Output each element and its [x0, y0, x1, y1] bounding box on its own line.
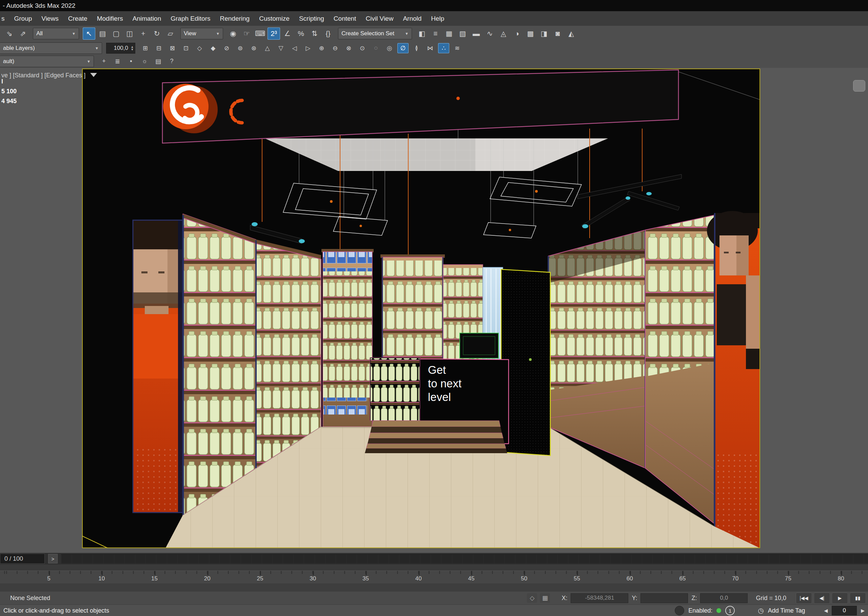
- select-and-scale-icon[interactable]: ▱: [164, 27, 177, 40]
- select-by-name-icon[interactable]: ▤: [96, 27, 109, 40]
- menu-item-group[interactable]: Group: [9, 11, 37, 26]
- window-crossing-icon[interactable]: ◫: [124, 27, 136, 40]
- scene-explorer-icon[interactable]: ▦: [443, 27, 455, 40]
- axis-toolbar-icon-17[interactable]: ⊙: [357, 43, 368, 53]
- axis-toolbar-icon-09[interactable]: ⊛: [248, 43, 259, 53]
- current-layer-dropdown[interactable]: ault) ▼: [0, 56, 94, 67]
- percent-snap-icon[interactable]: %: [295, 27, 307, 40]
- reference-coordinate-dropdown[interactable]: View ▼: [180, 28, 223, 39]
- angle-snap-icon[interactable]: ∠: [281, 27, 294, 40]
- axis-toolbar-icon-03[interactable]: ⊠: [167, 43, 178, 53]
- use-pivot-center-icon[interactable]: ◉: [227, 27, 240, 40]
- inactive-toggle-icon[interactable]: ▪: [125, 56, 136, 66]
- axis-toolbar-icon-12[interactable]: ◁: [289, 43, 300, 53]
- material-editor-icon[interactable]: ◑: [511, 27, 523, 40]
- default-lighting-icon[interactable]: ☼: [139, 56, 150, 66]
- camera-viewport[interactable]: Get to next level: [82, 69, 760, 548]
- time-slider-track[interactable]: [61, 554, 868, 563]
- keyboard-shortcut-override-icon[interactable]: ⌨: [254, 27, 266, 40]
- axis-toolbar-icon-21[interactable]: ≬: [411, 43, 422, 53]
- x-coord-field[interactable]: -58348,281: [570, 593, 628, 603]
- menu-item-create[interactable]: Create: [63, 11, 92, 26]
- viewport-area[interactable]: Get to next level ve ] [Standard ] [Edge…: [0, 68, 868, 553]
- current-frame-field[interactable]: 0: [832, 606, 857, 615]
- y-coord-field[interactable]: [641, 593, 688, 603]
- snaps-toggle-icon[interactable]: 2³: [268, 27, 280, 40]
- rectangular-selection-region-icon[interactable]: ▢: [110, 27, 122, 40]
- axis-toolbar-icon-23[interactable]: ∴: [438, 43, 449, 53]
- selection-lock-icon[interactable]: ◇: [527, 593, 537, 603]
- per-view-filter-icon[interactable]: [90, 73, 97, 77]
- axis-toolbar-icon-06[interactable]: ◆: [207, 43, 219, 53]
- menu-item-views[interactable]: Views: [37, 11, 63, 26]
- menu-item-arnold[interactable]: Arnold: [398, 11, 426, 26]
- axis-toolbar-icon-19[interactable]: ◎: [384, 43, 395, 53]
- menu-item-customize[interactable]: Customize: [254, 11, 294, 26]
- align-icon[interactable]: ≡: [429, 27, 442, 40]
- add-selection-to-layer-icon[interactable]: +: [98, 56, 110, 66]
- menu-item-graph-editors[interactable]: Graph Editors: [166, 11, 215, 26]
- next-frame-icon[interactable]: ▮▮: [850, 592, 866, 604]
- select-and-move-icon[interactable]: +: [137, 27, 149, 40]
- render-production-icon[interactable]: ◙: [552, 27, 564, 40]
- ribbon-toggle-icon[interactable]: ▬: [470, 27, 483, 40]
- axis-toolbar-icon-22[interactable]: ⋈: [425, 43, 436, 53]
- add-time-tag-button[interactable]: Add Time Tag: [768, 607, 805, 614]
- schematic-view-icon[interactable]: ◬: [497, 27, 509, 40]
- axis-toolbar-icon-05[interactable]: ◇: [194, 43, 205, 53]
- render-setup-icon[interactable]: ▩: [524, 27, 537, 40]
- menu-item-content[interactable]: Content: [329, 11, 361, 26]
- axis-toolbar-icon-10[interactable]: △: [262, 43, 273, 53]
- select-and-rotate-icon[interactable]: ↻: [150, 27, 163, 40]
- spinner-snap-icon[interactable]: ⇅: [308, 27, 321, 40]
- select-object-icon[interactable]: ↖: [83, 27, 95, 40]
- named-selection-sets-icon[interactable]: {}: [322, 27, 334, 40]
- help-icon[interactable]: ?: [166, 56, 177, 66]
- axis-toolbar-icon-20[interactable]: ∅: [397, 43, 409, 53]
- menu-item-civil-view[interactable]: Civil View: [361, 11, 398, 26]
- render-arnold-icon[interactable]: ◭: [565, 27, 577, 40]
- axis-toolbar-icon-15[interactable]: ⊖: [329, 43, 341, 53]
- menu-item-rendering[interactable]: Rendering: [215, 11, 255, 26]
- menu-item-help[interactable]: Help: [426, 11, 449, 26]
- transform-value-spinner[interactable]: 100,0 ▲▼: [106, 43, 135, 53]
- z-coord-field[interactable]: 0,0: [700, 593, 747, 603]
- spinner-arrows-icon[interactable]: ▲▼: [130, 46, 135, 51]
- go-to-start-icon[interactable]: |◀◀: [796, 592, 812, 604]
- menu-item-modifiers[interactable]: Modifiers: [92, 11, 128, 26]
- select-and-link-icon[interactable]: ⇘: [3, 27, 16, 40]
- axis-toolbar-icon-07[interactable]: ⊘: [221, 43, 232, 53]
- layer-explorer-icon[interactable]: ▧: [456, 27, 469, 40]
- time-slider-handle[interactable]: 0 / 100: [0, 553, 45, 564]
- axis-toolbar-icon-18[interactable]: ◌: [370, 43, 381, 53]
- animation-mode-button[interactable]: [675, 606, 684, 615]
- axis-toolbar-icon-08[interactable]: ⊚: [235, 43, 246, 53]
- selectable-layers-dropdown[interactable]: able Layers) ▼: [0, 42, 102, 54]
- named-selection-set-dropdown[interactable]: Create Selection Set ▼: [338, 28, 412, 39]
- viewport-nav-widget[interactable]: [853, 80, 865, 91]
- select-and-manipulate-icon[interactable]: ☞: [240, 27, 253, 40]
- selection-filter-dropdown[interactable]: All ▼: [33, 28, 79, 39]
- axis-toolbar-icon-16[interactable]: ⊗: [343, 43, 354, 53]
- menu-item-scripting[interactable]: Scripting: [294, 11, 329, 26]
- axis-toolbar-icon-24[interactable]: ≋: [452, 43, 463, 53]
- axis-toolbar-icon-04[interactable]: ⊡: [180, 43, 191, 53]
- absolute-offset-icon[interactable]: ▦: [540, 593, 550, 603]
- unlink-selection-icon[interactable]: ⇗: [17, 27, 29, 40]
- layer-manager-icon[interactable]: ≣: [112, 56, 123, 66]
- time-ruler[interactable]: 5101520253035404550556065707580: [0, 570, 868, 584]
- axis-toolbar-icon-01[interactable]: ⊞: [140, 43, 151, 53]
- axis-toolbar-icon-02[interactable]: ⊟: [153, 43, 165, 53]
- axis-toolbar-icon-11[interactable]: ▽: [275, 43, 287, 53]
- key-step-forward-icon[interactable]: ▶: [861, 608, 865, 613]
- listener-icon[interactable]: ▤: [153, 56, 164, 66]
- menu-item-animation[interactable]: Animation: [128, 11, 166, 26]
- mirror-icon[interactable]: ◧: [416, 27, 428, 40]
- key-filter-icon[interactable]: 1: [725, 606, 735, 615]
- next-frame-button[interactable]: >: [48, 554, 58, 563]
- key-step-back-icon[interactable]: ◀: [824, 608, 828, 613]
- axis-toolbar-icon-14[interactable]: ⊕: [316, 43, 327, 53]
- rendered-frame-window-icon[interactable]: ◨: [538, 27, 550, 40]
- play-icon[interactable]: ▶: [832, 592, 848, 604]
- curve-editor-icon[interactable]: ∿: [484, 27, 496, 40]
